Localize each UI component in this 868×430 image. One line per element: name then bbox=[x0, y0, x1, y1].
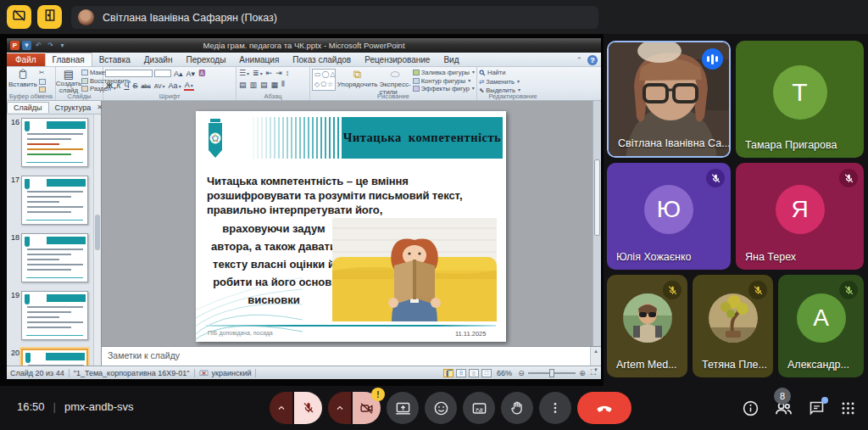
tab-slideshow[interactable]: Показ слайдов bbox=[286, 53, 358, 66]
format-painter-button[interactable] bbox=[39, 87, 46, 92]
shadow-button[interactable]: abc bbox=[140, 83, 151, 89]
align-right-button[interactable]: ▤ bbox=[259, 81, 269, 89]
collapse-ribbon-icon[interactable]: ⌃ bbox=[576, 56, 582, 64]
spellcheck-icon[interactable] bbox=[199, 369, 209, 377]
raise-hand-button[interactable] bbox=[501, 392, 533, 424]
present-button[interactable] bbox=[387, 392, 419, 424]
camera-toggle-button[interactable]: ! bbox=[353, 392, 381, 424]
decrease-indent-button[interactable]: ⇤ bbox=[265, 69, 274, 77]
italic-button[interactable]: К bbox=[115, 81, 121, 90]
thumbnail-preview[interactable] bbox=[21, 176, 88, 225]
slideshow-view-button[interactable]: ⛶ bbox=[481, 369, 492, 377]
participant-tile-video[interactable]: Світлана Іванівна Са... bbox=[607, 41, 731, 158]
shrink-font-icon[interactable]: A▾ bbox=[186, 70, 197, 78]
tab-file[interactable]: Файл bbox=[7, 53, 45, 66]
outline-panel-tab[interactable]: Структура bbox=[49, 103, 97, 113]
copy-button[interactable] bbox=[39, 79, 46, 85]
clear-formatting-icon[interactable]: 🅰︎ bbox=[198, 69, 206, 78]
justify-button[interactable]: ▦ bbox=[270, 81, 280, 89]
numbering-button[interactable]: ≣ bbox=[252, 69, 264, 77]
underline-button[interactable]: Ч bbox=[123, 81, 130, 90]
paste-button[interactable]: 📋︎ Вставить bbox=[8, 69, 37, 88]
align-center-button[interactable]: ▥ bbox=[249, 81, 259, 89]
reactions-button[interactable] bbox=[425, 392, 457, 424]
people-button[interactable]: 8 bbox=[774, 399, 793, 422]
participant-tile[interactable]: Т Тамара Пригарова bbox=[736, 41, 864, 158]
current-slide[interactable]: Читацька компетентність Читацька компете… bbox=[196, 111, 506, 342]
notes-pane[interactable]: Заметки к слайду ▲▼ bbox=[102, 346, 601, 366]
slide-thumbnail-17[interactable]: 17 bbox=[8, 176, 92, 225]
participant-tile[interactable]: Ю Юлія Хожаєнко bbox=[607, 163, 731, 270]
more-options-button[interactable] bbox=[539, 392, 571, 424]
leave-room-button[interactable] bbox=[37, 5, 62, 29]
font-size-box[interactable] bbox=[154, 70, 171, 77]
shape-fill-button[interactable]: Заливка фигуры bbox=[413, 69, 475, 76]
font-name-box[interactable] bbox=[105, 70, 153, 77]
char-spacing-button[interactable]: AV bbox=[153, 83, 166, 89]
tab-insert[interactable]: Вставка bbox=[92, 53, 137, 66]
grow-font-icon[interactable]: A▴ bbox=[173, 70, 184, 78]
strikethrough-button[interactable]: S bbox=[131, 81, 138, 90]
slide-scrollbar[interactable] bbox=[593, 101, 601, 346]
thumbnails-scrollbar[interactable] bbox=[93, 114, 101, 366]
mic-toggle-button[interactable] bbox=[294, 392, 322, 424]
tab-home[interactable]: Главная bbox=[45, 53, 92, 66]
bullets-button[interactable]: ☰ bbox=[238, 69, 250, 77]
tab-animations[interactable]: Анимация bbox=[232, 53, 286, 66]
find-button[interactable]: Найти bbox=[479, 69, 547, 76]
activities-button[interactable] bbox=[840, 400, 856, 420]
slide-thumbnail-16[interactable]: 16 bbox=[8, 118, 92, 167]
chat-button[interactable] bbox=[808, 399, 826, 421]
shapes-gallery[interactable]: ▭◯△▷◻◇⬠☆⌒⟡ bbox=[312, 69, 336, 91]
participant-tile[interactable]: Artem Med... bbox=[607, 275, 687, 377]
tab-transitions[interactable]: Переходы bbox=[179, 53, 232, 66]
thumbnail-preview[interactable] bbox=[21, 118, 88, 167]
cut-button[interactable]: ✂ bbox=[39, 69, 46, 76]
normal-view-button[interactable]: ▐▔ bbox=[443, 369, 453, 377]
meeting-details-button[interactable] bbox=[742, 399, 760, 421]
shape-outline-button[interactable]: Контур фигуры bbox=[413, 77, 475, 85]
replace-button[interactable]: ⇄Заменить bbox=[479, 78, 547, 86]
participant-tile[interactable]: Тетяна Пле... bbox=[693, 275, 773, 377]
slide-paragraph-1[interactable]: Читацька компетентність – це вміння розш… bbox=[207, 174, 501, 217]
change-case-button[interactable]: Aa bbox=[168, 81, 182, 90]
captions-button[interactable] bbox=[463, 392, 495, 424]
help-icon[interactable]: ? bbox=[587, 55, 598, 65]
bold-button[interactable]: Ж bbox=[105, 81, 114, 90]
reading-view-button[interactable]: ▯ bbox=[469, 369, 479, 377]
columns-button[interactable]: ⫴ bbox=[281, 80, 286, 89]
arrange-button[interactable]: ⧉ Упорядочить bbox=[337, 69, 378, 88]
participant-tile[interactable]: Я Яна Терех bbox=[736, 163, 864, 270]
child-reading-photo[interactable] bbox=[332, 218, 497, 321]
stop-presenting-button[interactable] bbox=[7, 5, 31, 29]
language-indicator[interactable]: украинский bbox=[212, 369, 252, 377]
new-slide-button[interactable]: ▤ Создать слайд bbox=[58, 69, 80, 94]
notes-scrollbar[interactable]: ▲▼ bbox=[590, 347, 601, 366]
slides-panel-tab[interactable]: Слайды bbox=[7, 102, 49, 113]
mic-options-chevron[interactable] bbox=[270, 392, 292, 424]
camera-options-chevron[interactable] bbox=[328, 392, 351, 424]
tab-review[interactable]: Рецензирование bbox=[358, 53, 437, 66]
zoom-out-button[interactable]: ⊖ bbox=[517, 369, 526, 377]
presenter-pill[interactable]: Світлана Іванівна Сафарян (Показ) bbox=[71, 6, 598, 29]
thumbnail-preview[interactable] bbox=[21, 349, 88, 366]
slide-sorter-button[interactable]: ⠿ bbox=[456, 369, 466, 377]
slide-thumbnail-19[interactable]: 19 bbox=[8, 291, 92, 340]
slide-title-block[interactable]: Читацька компетентність bbox=[342, 117, 503, 159]
thumbnail-preview[interactable] bbox=[21, 233, 88, 282]
font-color-button[interactable]: A bbox=[184, 81, 194, 91]
line-spacing-button[interactable]: ↕ bbox=[285, 69, 291, 77]
thumbnail-preview[interactable] bbox=[21, 291, 88, 340]
tab-design[interactable]: Дизайн bbox=[137, 53, 180, 66]
increase-indent-button[interactable]: ⇥ bbox=[275, 69, 283, 77]
shape-effects-button[interactable]: Эффекты фигур bbox=[413, 85, 475, 92]
slide-thumbnail-20[interactable]: 20 bbox=[8, 349, 92, 366]
tab-view[interactable]: Вид bbox=[437, 53, 465, 66]
slide-thumbnail-18[interactable]: 18 bbox=[8, 233, 92, 282]
zoom-in-button[interactable]: ⊕ bbox=[578, 369, 587, 377]
participant-tile[interactable]: А Александр... bbox=[778, 275, 864, 377]
align-left-button[interactable]: ▤ bbox=[238, 81, 248, 89]
zoom-slider[interactable] bbox=[528, 372, 576, 374]
end-call-button[interactable] bbox=[577, 392, 632, 424]
ppt-title-bar[interactable]: P ▼ ↶ ↷ ▾ Медіа грам. педагога та ЧК.ppt… bbox=[7, 38, 601, 53]
